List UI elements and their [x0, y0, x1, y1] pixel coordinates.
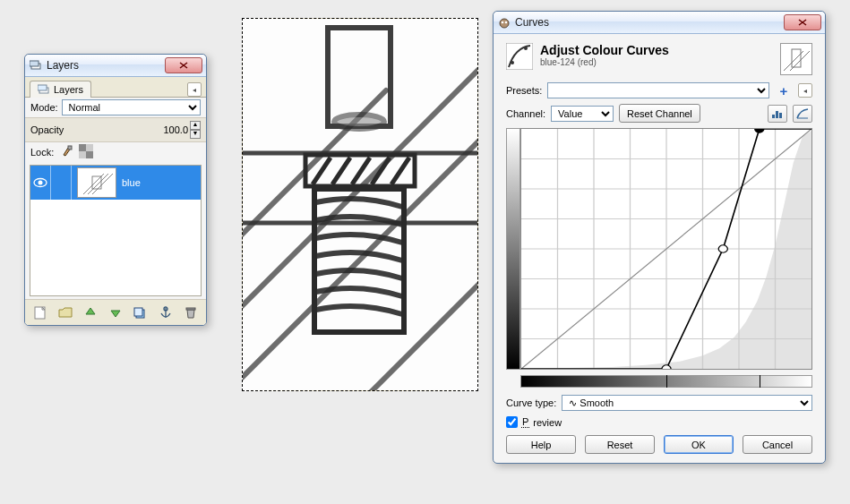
- opacity-row: Opacity 100.0 ▲ ▼: [25, 117, 206, 142]
- canvas-content: [243, 19, 477, 390]
- curve-type-select[interactable]: ∿ Smooth: [562, 395, 812, 411]
- delete-layer-icon[interactable]: [183, 304, 199, 320]
- curves-header: Adjust Colour Curves blue-124 (red): [506, 43, 812, 75]
- channel-row: Channel: Value Reset Channel: [506, 104, 812, 123]
- svg-point-66: [755, 129, 764, 132]
- curve-graph[interactable]: [520, 128, 812, 370]
- svg-rect-18: [186, 308, 195, 310]
- dialog-buttons: Help Reset OK Cancel: [506, 435, 812, 454]
- opacity-label: Opacity: [30, 124, 64, 135]
- histogram-log-icon[interactable]: [793, 105, 812, 123]
- layers-window-icon: [29, 58, 43, 73]
- new-layer-icon[interactable]: [32, 304, 48, 320]
- help-button[interactable]: Help: [506, 435, 576, 454]
- svg-rect-4: [68, 146, 72, 149]
- lock-alpha-icon[interactable]: [79, 144, 93, 160]
- svg-point-36: [502, 21, 504, 24]
- layer-list: blue: [30, 165, 202, 296]
- output-gradient: [506, 128, 520, 370]
- lock-label: Lock:: [30, 147, 54, 158]
- duplicate-layer-icon[interactable]: [133, 304, 149, 320]
- histogram-linear-icon[interactable]: [768, 105, 787, 123]
- link-cell[interactable]: [51, 166, 72, 200]
- layer-thumbnail: [77, 167, 116, 198]
- svg-point-40: [524, 47, 528, 50]
- ok-button[interactable]: OK: [664, 435, 734, 454]
- svg-rect-41: [781, 44, 811, 74]
- svg-rect-7: [86, 151, 93, 158]
- reset-button[interactable]: Reset: [585, 435, 655, 454]
- lock-paint-icon[interactable]: [61, 144, 75, 160]
- opacity-value: 100.0: [64, 124, 190, 135]
- preview-checkbox[interactable]: [506, 416, 518, 428]
- curves-heading: Adjust Colour Curves: [540, 43, 669, 57]
- tab-menu-button[interactable]: ◂: [187, 82, 202, 97]
- layers-titlebar[interactable]: Layers: [25, 55, 206, 77]
- svg-rect-6: [79, 144, 86, 151]
- raise-layer-icon[interactable]: [82, 304, 99, 320]
- curves-title: Curves: [515, 16, 781, 29]
- presets-menu-button[interactable]: ◂: [798, 83, 812, 98]
- visibility-toggle[interactable]: [30, 166, 51, 200]
- opacity-down[interactable]: ▼: [190, 130, 201, 139]
- presets-row: Presets: + ◂: [506, 82, 812, 98]
- anchor-icon[interactable]: [158, 304, 174, 320]
- layer-item[interactable]: blue: [30, 166, 201, 200]
- folder-icon[interactable]: [57, 304, 73, 320]
- layers-tabbar: Layers ◂: [25, 77, 206, 98]
- mode-select[interactable]: Normal: [62, 99, 201, 115]
- svg-point-35: [500, 19, 509, 28]
- curves-tool-icon: [506, 43, 533, 70]
- layers-icon: [38, 83, 50, 96]
- image-canvas[interactable]: [242, 18, 478, 391]
- layers-toolbar: [25, 299, 206, 325]
- close-button[interactable]: [165, 57, 202, 73]
- tab-layers-label: Layers: [54, 84, 83, 95]
- tab-layers[interactable]: Layers: [30, 81, 91, 98]
- curve-editor: [506, 128, 812, 370]
- lock-row: Lock:: [25, 142, 206, 162]
- gimp-icon: [497, 15, 511, 30]
- curve-type-label: Curve type:: [506, 397, 556, 408]
- svg-rect-46: [776, 111, 778, 118]
- add-preset-button[interactable]: +: [775, 82, 793, 98]
- layer-name: blue: [122, 177, 141, 188]
- lower-layer-icon[interactable]: [107, 304, 124, 320]
- svg-point-39: [511, 61, 514, 64]
- preview-label-rest: review: [533, 417, 562, 428]
- layers-title: Layers: [47, 59, 162, 72]
- svg-rect-1: [30, 61, 39, 66]
- svg-point-9: [39, 181, 43, 185]
- svg-rect-17: [134, 308, 142, 316]
- curves-titlebar[interactable]: Curves: [494, 12, 825, 34]
- presets-select[interactable]: [547, 82, 769, 98]
- curve-type-row: Curve type: ∿ Smooth: [506, 395, 812, 411]
- preview-thumbnail: [780, 43, 812, 75]
- channel-label: Channel:: [506, 108, 545, 119]
- presets-label: Presets:: [506, 85, 542, 96]
- cancel-button[interactable]: Cancel: [743, 435, 812, 454]
- svg-rect-45: [772, 115, 775, 118]
- channel-select[interactable]: Value: [551, 106, 614, 122]
- svg-rect-47: [779, 113, 782, 118]
- opacity-up[interactable]: ▲: [190, 121, 201, 130]
- close-button[interactable]: [784, 14, 821, 30]
- mode-row: Mode: Normal: [25, 98, 206, 117]
- layers-panel: Layers Layers ◂ Mode: Normal Opacity 100…: [24, 54, 207, 326]
- svg-point-37: [505, 21, 508, 24]
- svg-point-27: [334, 115, 384, 129]
- svg-rect-10: [79, 169, 115, 196]
- mode-label: Mode:: [30, 102, 58, 113]
- curves-subtitle: blue-124 (red): [540, 57, 669, 67]
- svg-point-65: [718, 245, 727, 252]
- svg-rect-3: [38, 85, 47, 90]
- svg-point-64: [662, 365, 671, 369]
- preview-row: Preview: [506, 416, 812, 428]
- curves-dialog: Curves Adjust Colour Curves blue-124 (re…: [493, 11, 826, 464]
- input-gradient[interactable]: [520, 375, 812, 388]
- reset-channel-button[interactable]: Reset Channel: [619, 104, 700, 123]
